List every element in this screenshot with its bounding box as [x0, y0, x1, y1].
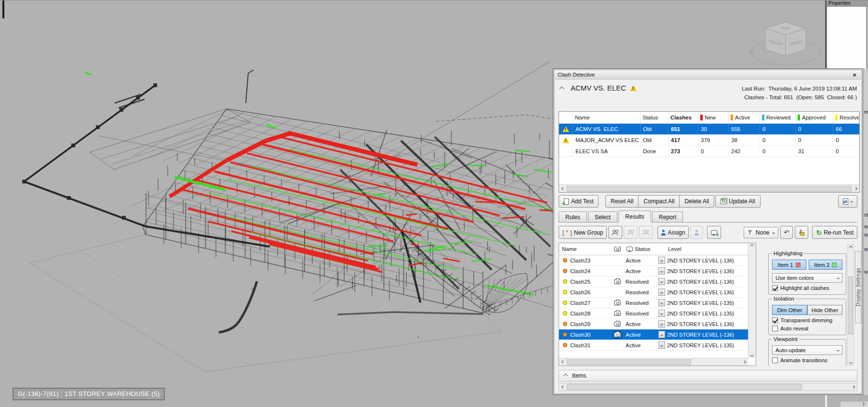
close-button[interactable]: ×: [851, 71, 858, 79]
reset-all-button[interactable]: Reset All: [605, 195, 639, 208]
results-horizontal-scrollbar[interactable]: [559, 358, 748, 366]
properties-panel-title[interactable]: Properties: [827, 0, 868, 6]
item1-toggle[interactable]: Item 1: [772, 260, 806, 270]
viewcube-west-label[interactable]: W: [748, 49, 755, 56]
results-col-name[interactable]: Name: [559, 246, 611, 252]
scroll-right-icon[interactable]: [861, 402, 865, 406]
test-row[interactable]: ELEC VS SA Done 273 0 242 0 31 0: [559, 146, 859, 157]
collapse-test-chevron-icon[interactable]: [560, 87, 564, 92]
tests-col-active[interactable]: Active: [729, 112, 760, 123]
viewpoint-mode-dropdown[interactable]: Auto-update: [772, 345, 842, 355]
new-group-button[interactable]: [*] New Group: [559, 226, 607, 239]
saved-viewpoint-camera-icon[interactable]: [614, 279, 621, 284]
remove-from-group-button[interactable]: [639, 226, 653, 239]
status-dropdown[interactable]: [658, 341, 665, 349]
animate-transitions-checkbox[interactable]: [772, 357, 778, 363]
scroll-right-icon[interactable]: [849, 386, 857, 388]
viewcube[interactable]: TOP FRONT RIGHT W S E: [748, 13, 830, 69]
unassign-button[interactable]: [690, 226, 703, 239]
viewcube-east-label[interactable]: E: [818, 50, 823, 56]
results-col-level[interactable]: Level: [665, 246, 756, 252]
group-clashes-button[interactable]: [608, 226, 622, 239]
auto-reveal-checkbox[interactable]: [772, 326, 778, 331]
filter-dropdown[interactable]: None: [744, 227, 778, 238]
scroll-up-icon[interactable]: [750, 244, 754, 248]
clash-row[interactable]: Clash24Active2ND STOREY LEVEL (-136): [559, 266, 748, 276]
scrollbar-thumb[interactable]: [848, 276, 853, 334]
rerun-test-button[interactable]: ↻ Re-run Test: [812, 226, 857, 239]
tests-col-new[interactable]: New: [698, 112, 729, 123]
settings-vertical-scrollbar[interactable]: [847, 244, 854, 366]
tests-col-approved[interactable]: Approved: [796, 112, 833, 123]
scrollbar-thumb[interactable]: [567, 359, 691, 365]
test-row[interactable]: ACMV VS. ELEC Old 651 30 555 0 0 66: [559, 124, 859, 135]
scroll-right-icon[interactable]: [740, 361, 748, 363]
add-to-group-button[interactable]: [624, 226, 638, 239]
tab-rules[interactable]: Rules: [559, 211, 587, 222]
transparent-dimming-checkbox[interactable]: [772, 317, 778, 323]
clash-row[interactable]: Clash28Resolved2ND STOREY LEVEL (-135): [559, 308, 748, 319]
clash-row[interactable]: Clash23Active2ND STOREY LEVEL (-136): [559, 255, 748, 266]
item2-toggle[interactable]: Item 2: [809, 260, 843, 270]
tests-col-reviewed[interactable]: Reviewed: [760, 112, 796, 123]
tests-col-resolved[interactable]: Resolved: [833, 112, 859, 123]
clash-detective-titlebar[interactable]: Clash Detective ×: [555, 70, 861, 79]
highlight-mode-dropdown[interactable]: Use item colors: [772, 273, 842, 283]
clash-row[interactable]: Clash26Resolved2ND STOREY LEVEL (-136): [559, 287, 748, 298]
tab-report[interactable]: Report: [652, 211, 683, 222]
clash-row[interactable]: Clash25Resolved2ND STOREY LEVEL (-136): [559, 276, 748, 287]
status-dropdown[interactable]: [658, 257, 665, 264]
collapse-items-chevron-icon[interactable]: [563, 373, 568, 378]
compact-all-button[interactable]: Compact All: [638, 195, 680, 208]
results-col-camera[interactable]: [611, 247, 624, 251]
clash-row[interactable]: Clash27Resolved2ND STOREY LEVEL (-135): [559, 298, 748, 308]
highlight-all-checkbox[interactable]: [772, 285, 778, 291]
saved-viewpoint-camera-icon[interactable]: [614, 332, 621, 337]
scroll-down-icon[interactable]: [849, 361, 852, 364]
assign-button[interactable]: Assign: [657, 226, 689, 239]
highlight-lock-button[interactable]: [795, 226, 808, 239]
tests-col-clashes[interactable]: Clashes: [668, 112, 698, 123]
results-vertical-scrollbar[interactable]: [748, 243, 756, 358]
delete-all-button[interactable]: Delete All: [679, 195, 714, 208]
scroll-left-icon[interactable]: [559, 185, 567, 192]
scroll-left-icon[interactable]: [559, 361, 567, 363]
status-dropdown[interactable]: [658, 331, 665, 338]
dim-other-toggle[interactable]: Dim Other: [772, 305, 807, 315]
saved-viewpoint-camera-icon[interactable]: [614, 311, 621, 316]
tab-select[interactable]: Select: [588, 211, 617, 222]
viewcube-south-label[interactable]: S: [782, 62, 787, 67]
undo-button[interactable]: ↶: [780, 226, 793, 239]
scroll-right-icon[interactable]: [852, 185, 859, 192]
status-dropdown[interactable]: [658, 278, 665, 285]
status-dropdown[interactable]: [658, 320, 665, 328]
import-export-button[interactable]: [838, 195, 857, 208]
saved-viewpoint-camera-icon[interactable]: [614, 322, 621, 327]
clash-row[interactable]: Clash29Active2ND STOREY LEVEL (-136): [559, 319, 748, 329]
status-dropdown[interactable]: [658, 310, 665, 317]
clash-row[interactable]: Clash30Active2ND STOREY LEVEL (-136): [559, 329, 748, 340]
saved-viewpoint-camera-icon[interactable]: [614, 301, 621, 305]
items-section-header[interactable]: Items: [559, 370, 857, 381]
update-all-button[interactable]: Update All: [715, 195, 761, 208]
occluded-scrollbar-corner[interactable]: [841, 402, 868, 407]
status-dropdown[interactable]: [658, 299, 665, 306]
tab-results[interactable]: Results: [618, 210, 651, 223]
scroll-down-icon[interactable]: [750, 354, 754, 357]
panel-horizontal-scrollbar[interactable]: [559, 383, 857, 391]
status-dropdown[interactable]: [658, 267, 665, 275]
tests-col-name[interactable]: Name: [573, 112, 641, 123]
results-col-status[interactable]: Status: [624, 246, 665, 252]
scroll-up-icon[interactable]: [849, 246, 852, 249]
add-test-button[interactable]: Add Test: [559, 195, 599, 208]
test-row[interactable]: MAJOR_ACMV VS ELEC Old 417 379 38 0 0 0: [559, 135, 859, 146]
scrollbar-thumb[interactable]: [567, 384, 802, 390]
scroll-left-icon[interactable]: [559, 386, 567, 388]
tests-horizontal-scrollbar[interactable]: [559, 184, 859, 192]
status-dropdown[interactable]: [658, 289, 665, 296]
scrollbar-thumb[interactable]: [567, 186, 852, 192]
add-comment-button[interactable]: [707, 226, 721, 239]
hide-other-toggle[interactable]: Hide Other: [807, 305, 842, 315]
clash-row[interactable]: Clash31Active2ND STOREY LEVEL (-135): [559, 340, 748, 351]
display-settings-tab[interactable]: Display Settings: [855, 251, 861, 323]
